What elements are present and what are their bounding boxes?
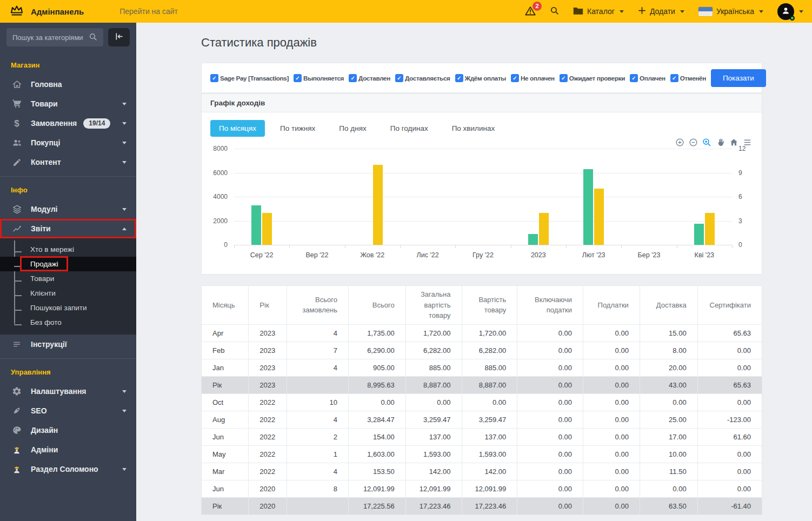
- checkbox-label: Оплачен: [640, 75, 665, 82]
- checkbox-checked[interactable]: ✓: [395, 74, 403, 82]
- sidebar-item-головна[interactable]: Головна: [0, 75, 136, 94]
- chevron-up-icon: [122, 228, 127, 230]
- language-menu[interactable]: Українська: [698, 7, 763, 16]
- y-axis-label-right: 0: [738, 241, 742, 249]
- sidebar-item-звіти[interactable]: Звіти: [0, 219, 136, 238]
- gridline: [234, 173, 732, 173]
- sidebar-subitem-без-фото[interactable]: Без фото: [0, 315, 136, 330]
- checkbox-checked[interactable]: ✓: [210, 74, 218, 82]
- sidebar-item-раздел-соломоно[interactable]: Раздел Соломоно: [0, 459, 136, 479]
- zoom-selection-icon[interactable]: [702, 138, 711, 147]
- sidebar-item-товари[interactable]: Товари: [0, 94, 136, 113]
- cell: 20.00: [640, 359, 697, 376]
- checkbox-label: Sage Pay [Transactions]: [220, 75, 289, 82]
- user-menu[interactable]: [777, 3, 803, 20]
- reset-zoom-icon[interactable]: [729, 138, 738, 147]
- sidebar-item-адміни[interactable]: Адміни: [0, 440, 136, 459]
- checkbox-label: Доставлен: [358, 75, 390, 82]
- status-filter[interactable]: ✓Выполняется: [294, 74, 344, 82]
- sidebar-subitem-хто-в-мережі[interactable]: Хто в мережі: [0, 242, 136, 257]
- sidebar-item-покупці[interactable]: Покупці: [0, 133, 136, 152]
- cell: -123.00: [697, 411, 762, 428]
- status-filter[interactable]: ✓Ожидает проверки: [560, 74, 625, 82]
- tab-by-hour[interactable]: По годинах: [382, 120, 437, 137]
- checkbox-checked[interactable]: ✓: [349, 74, 357, 82]
- chart-title: Графік доходів: [202, 94, 762, 112]
- cell: 2022: [249, 463, 287, 480]
- status-filter[interactable]: ✓Доставлен: [349, 74, 390, 82]
- cell: 0.00: [583, 480, 640, 497]
- brand[interactable]: Адмінпанель: [0, 5, 84, 18]
- sidebar-item-дизайн[interactable]: Дизайн: [0, 420, 136, 440]
- search-button[interactable]: [550, 6, 559, 17]
- status-filter[interactable]: ✓Доставляється: [395, 74, 450, 82]
- notifications-button[interactable]: 2: [525, 6, 536, 17]
- table-row: Aug202243,284.473,259.473,259.470.000.00…: [202, 411, 762, 428]
- checkbox-checked[interactable]: ✓: [560, 74, 568, 82]
- sidebar-item-налаштування[interactable]: Налаштування: [0, 382, 136, 401]
- cell: 8,887.00: [405, 376, 462, 393]
- sidebar-subitem-клієнти[interactable]: Клієнти: [0, 286, 136, 300]
- tab-by-week[interactable]: По тижнях: [271, 120, 324, 137]
- zoom-in-icon[interactable]: [675, 138, 684, 147]
- checkbox-checked[interactable]: ✓: [630, 74, 638, 82]
- checkbox-checked[interactable]: ✓: [294, 74, 302, 82]
- catalog-menu[interactable]: Каталог: [573, 6, 624, 17]
- pan-icon[interactable]: [716, 138, 725, 147]
- sidebar-search-input[interactable]: Пошук за категоріями: [6, 28, 103, 46]
- tab-by-month[interactable]: По місяцях: [210, 120, 265, 137]
- cell: 6,282.00: [405, 342, 462, 359]
- sidebar-subitem-товари[interactable]: Товари: [0, 271, 136, 286]
- status-filter[interactable]: ✓Оплачен: [630, 74, 665, 82]
- crown-logo-icon: [10, 5, 24, 18]
- checkbox-checked[interactable]: ✓: [670, 74, 678, 82]
- tree-tick: [14, 310, 22, 311]
- show-button[interactable]: Показати: [711, 69, 766, 87]
- sidebar-item-label: Раздел Соломоно: [31, 465, 98, 473]
- cell: 0.00: [517, 359, 583, 376]
- sidebar-item-seo[interactable]: SEO: [0, 401, 136, 420]
- cell: 8,995.63: [348, 376, 405, 393]
- status-filter[interactable]: ✓Не оплачен: [511, 74, 555, 82]
- cell: 6,282.00: [462, 342, 517, 359]
- sidebar-item-контент[interactable]: Контент: [0, 152, 136, 172]
- cell: 2022: [249, 411, 287, 428]
- pencil-icon: [11, 158, 23, 167]
- sidebar-section: УправлінняНалаштуванняSEOДизайнАдміниРаз…: [0, 358, 136, 483]
- cell: Jun: [202, 428, 249, 445]
- tab-by-minute[interactable]: По хвилинах: [443, 120, 504, 137]
- add-label: Додати: [650, 7, 675, 16]
- sidebar-subitem-пошукові-запити[interactable]: Пошукові запити: [0, 300, 136, 315]
- sidebar-item-label: Покупці: [31, 138, 60, 147]
- add-menu[interactable]: Додати: [638, 6, 684, 16]
- sidebar-subitem-label: Хто в мережі: [30, 245, 74, 253]
- table-row: Jun20222154.00137.00137.000.000.0017.006…: [202, 428, 762, 445]
- zoom-out-icon[interactable]: [689, 138, 698, 147]
- x-axis-tick: [511, 245, 511, 248]
- tab-by-day[interactable]: По днях: [330, 120, 375, 137]
- goto-site-link[interactable]: Перейти на сайт: [119, 7, 178, 16]
- y-axis-label-left: 2000: [202, 217, 228, 225]
- status-filter[interactable]: ✓Sage Pay [Transactions]: [210, 74, 289, 82]
- status-filter[interactable]: ✓Отменён: [670, 74, 706, 82]
- status-filter[interactable]: ✓Ждём оплаты: [455, 74, 506, 82]
- cell: 0.00: [583, 393, 640, 411]
- checkbox-checked[interactable]: ✓: [455, 74, 463, 82]
- checkbox-checked[interactable]: ✓: [511, 74, 519, 82]
- sidebar-item-інструкції[interactable]: Інструкції: [0, 335, 136, 354]
- column-header: Місяць: [202, 286, 249, 324]
- sidebar-collapse-button[interactable]: [108, 28, 130, 46]
- column-header: Вартість товару: [462, 286, 517, 324]
- chevron-down-icon: [122, 103, 127, 105]
- layers-icon: [11, 204, 23, 214]
- cell: 0.00: [697, 359, 762, 376]
- sidebar-item-замовлення[interactable]: $Замовлення19/14: [0, 113, 136, 133]
- sidebar-subitem-продажі[interactable]: Продажі: [0, 257, 136, 271]
- tree-tick: [14, 280, 22, 282]
- chevron-down-icon: [799, 10, 803, 13]
- column-header: Подлатки: [583, 286, 640, 324]
- sidebar-item-модулі[interactable]: Модулі: [0, 199, 136, 219]
- cell: 0.00: [583, 411, 640, 428]
- chevron-down-icon: [122, 410, 127, 412]
- cell: 0.00: [583, 342, 640, 359]
